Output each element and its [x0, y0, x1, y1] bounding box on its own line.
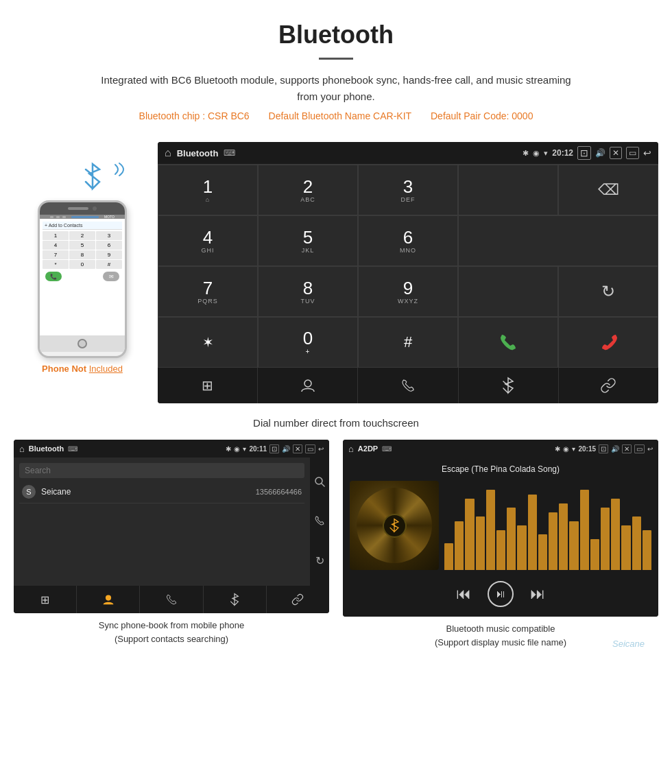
dial-key-8[interactable]: 8 TUV [258, 266, 358, 317]
header-divider [319, 58, 353, 60]
toolbar-bt-icon[interactable] [459, 368, 559, 403]
red-phone-icon [598, 332, 619, 353]
bottom-screenshots: ⌂ Bluetooth ⌨ ✱ ◉ ▾ 20:11 ⊡ 🔊 ✕ ▭ [14, 440, 658, 649]
eq-bar [621, 525, 630, 570]
contacts-tb-bt[interactable] [204, 586, 267, 613]
svg-line-2 [322, 484, 324, 486]
contacts-win-icon[interactable]: ▭ [305, 444, 315, 453]
time-display: 20:12 [552, 148, 573, 158]
volume-icon[interactable]: 🔊 [595, 148, 605, 158]
dial-refresh[interactable]: ↻ [558, 266, 658, 317]
search-icon [314, 476, 325, 487]
screen-title: Bluetooth [177, 148, 219, 158]
contacts-search-input[interactable] [25, 466, 299, 475]
dial-key-1[interactable]: 1 ⌂ [158, 165, 258, 215]
next-button[interactable]: ⏭ [530, 585, 545, 603]
dial-key-4[interactable]: 4 GHI [158, 215, 258, 266]
phone-speaker [68, 207, 88, 210]
music-cam-icon[interactable]: ⊡ [599, 444, 608, 453]
contacts-time: 20:11 [249, 445, 267, 453]
contacts-search-bar[interactable] [19, 463, 304, 478]
dial-key-star[interactable]: ✶ [158, 317, 258, 368]
eq-bar [486, 490, 495, 570]
contacts-home-icon[interactable]: ⌂ [19, 444, 25, 454]
contacts-tb-link[interactable] [267, 586, 329, 613]
album-art [350, 481, 439, 570]
signal-arcs-icon [110, 159, 130, 180]
music-back-icon[interactable]: ↩ [647, 445, 653, 453]
dial-key-6[interactable]: 6 MNO [358, 215, 458, 266]
music-usb-icon: ⌨ [382, 445, 392, 453]
dialpad-grid: 1 ⌂ 2 ABC 3 DEF ⌫ 4 GHI [158, 164, 658, 368]
play-pause-button[interactable]: ⏯ [488, 581, 514, 607]
bt-chip-spec: Bluetooth chip : CSR BC6 [139, 110, 250, 121]
eq-bar [580, 490, 589, 570]
side-search-icon[interactable] [314, 476, 325, 490]
contacts-content: S Seicane 13566664466 [14, 458, 310, 586]
bluetooth-specs: Bluetooth chip : CSR BC6 Default Bluetoo… [14, 110, 658, 121]
contacts-back-icon[interactable]: ↩ [318, 445, 324, 453]
dial-end-button[interactable] [558, 317, 658, 368]
prev-button[interactable]: ⏮ [456, 585, 471, 603]
music-win-icon[interactable]: ▭ [634, 444, 645, 453]
usb-icon: ⌨ [224, 148, 235, 158]
side-refresh-icon[interactable]: ↻ [314, 554, 325, 567]
dial-key-2[interactable]: 2 ABC [258, 165, 358, 215]
music-wifi-icon: ▾ [572, 445, 575, 453]
dial-key-9[interactable]: 9 WXYZ [358, 266, 458, 317]
close-icon[interactable]: ✕ [610, 147, 622, 159]
side-phone-icon[interactable] [314, 515, 325, 529]
window-icon[interactable]: ▭ [626, 147, 639, 159]
music-close-icon[interactable]: ✕ [622, 444, 632, 453]
music-statusbar: ⌂ A2DP ⌨ ✱ ◉ ▾ 20:15 ⊡ 🔊 ✕ ▭ [343, 440, 658, 458]
toolbar-phone-icon[interactable] [358, 368, 458, 403]
contacts-vol-icon[interactable]: 🔊 [282, 445, 290, 453]
contacts-car-screen: ⌂ Bluetooth ⌨ ✱ ◉ ▾ 20:11 ⊡ 🔊 ✕ ▭ [14, 440, 329, 613]
song-title: Escape (The Pina Colada Song) [350, 464, 651, 474]
dialpad-bottom-toolbar: ⊞ [158, 368, 658, 403]
contacts-tb-phone[interactable] [140, 586, 203, 613]
dial-key-hash[interactable]: # [358, 317, 458, 368]
eq-bar [559, 503, 568, 571]
contacts-cam-icon[interactable]: ⊡ [269, 444, 279, 453]
bt-pair-spec: Default Pair Code: 0000 [431, 110, 533, 121]
phone-icon-toolbar [400, 378, 416, 393]
page-description: Integrated with BC6 Bluetooth module, su… [96, 72, 576, 105]
toolbar-grid-icon[interactable]: ⊞ [158, 368, 258, 403]
page-title: Bluetooth [14, 21, 658, 49]
contacts-tb-grid[interactable]: ⊞ [14, 586, 77, 613]
dial-key-3[interactable]: 3 DEF [358, 165, 458, 215]
music-home-icon[interactable]: ⌂ [348, 444, 354, 454]
toolbar-link-icon[interactable] [559, 368, 658, 403]
contact-letter: S [22, 485, 36, 499]
svg-point-3 [106, 595, 111, 600]
phone-side-icon [314, 515, 325, 526]
dial-key-7[interactable]: 7 PQRS [158, 266, 258, 317]
location-icon: ◉ [533, 149, 540, 158]
toolbar-contact-icon[interactable] [258, 368, 358, 403]
music-caption: Bluetooth music compatible (Support disp… [435, 622, 566, 649]
contacts-usb-icon: ⌨ [68, 445, 77, 453]
home-icon[interactable]: ⌂ [165, 147, 171, 159]
contacts-tb-user[interactable] [77, 586, 140, 613]
music-main-area [350, 481, 651, 570]
dial-key-0[interactable]: 0 + [258, 317, 358, 368]
seicane-watermark: Seicane [612, 639, 645, 649]
green-phone-icon [498, 332, 518, 353]
music-caption-line1: Bluetooth music compatible [435, 622, 566, 636]
camera-icon[interactable]: ⊡ [577, 146, 591, 160]
contact-item[interactable]: S Seicane 13566664466 [19, 481, 304, 503]
eq-bar [549, 512, 557, 571]
contacts-close-icon[interactable]: ✕ [293, 444, 302, 453]
page-header: Bluetooth Integrated with BC6 Bluetooth … [0, 0, 672, 142]
phone-not-included-text: Phone Not Included [42, 364, 123, 374]
music-statusbar-left: ⌂ A2DP ⌨ [348, 444, 392, 454]
dial-key-5[interactable]: 5 JKL [258, 215, 358, 266]
back-icon[interactable]: ↩ [643, 147, 651, 158]
dial-backspace[interactable]: ⌫ [558, 165, 658, 215]
music-vol-icon[interactable]: 🔊 [611, 445, 619, 453]
eq-bar [476, 516, 485, 570]
dial-call-button[interactable] [458, 317, 558, 368]
contacts-empty-area [14, 503, 310, 586]
contacts-wifi-icon: ▾ [243, 445, 246, 453]
